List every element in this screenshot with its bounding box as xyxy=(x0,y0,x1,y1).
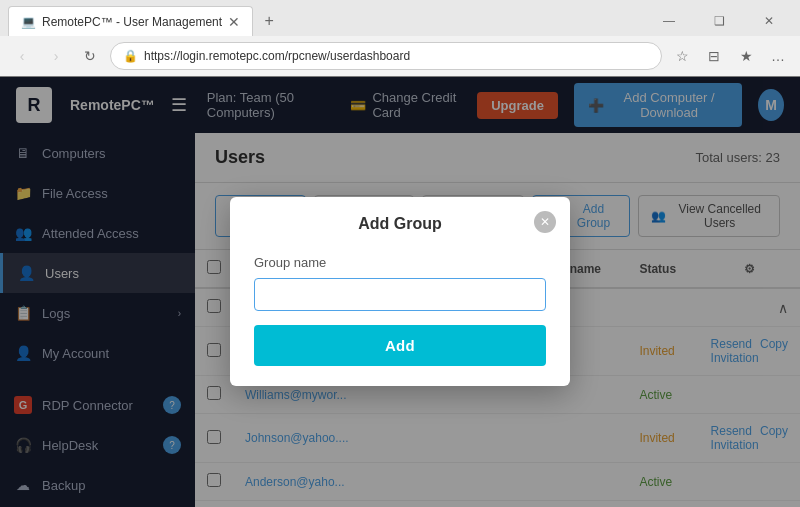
window-controls: — ❑ ✕ xyxy=(646,6,792,36)
url-text: https://login.remotepc.com/rpcnew/userda… xyxy=(144,49,649,63)
close-window-button[interactable]: ✕ xyxy=(746,6,792,36)
url-bar[interactable]: 🔒 https://login.remotepc.com/rpcnew/user… xyxy=(110,42,662,70)
back-button[interactable]: ‹ xyxy=(8,42,36,70)
modal-overlay[interactable]: Add Group ✕ Group name Add xyxy=(0,76,800,507)
collections-icon[interactable]: ⊟ xyxy=(700,42,728,70)
address-bar: ‹ › ↻ 🔒 https://login.remotepc.com/rpcne… xyxy=(0,36,800,76)
browser-menu-icon[interactable]: … xyxy=(764,42,792,70)
bookmark-icon[interactable]: ☆ xyxy=(668,42,696,70)
modal-header: Add Group ✕ xyxy=(230,197,570,245)
modal-title: Add Group xyxy=(358,215,442,233)
modal-body: Group name Add xyxy=(230,245,570,386)
tab-favicon: 💻 xyxy=(21,15,36,29)
group-name-input[interactable] xyxy=(254,278,546,311)
tab-close-button[interactable]: ✕ xyxy=(228,14,240,30)
browser-chrome: 💻 RemotePC™ - User Management ✕ + — ❑ ✕ … xyxy=(0,0,800,77)
tab-title: RemotePC™ - User Management xyxy=(42,15,222,29)
forward-button[interactable]: › xyxy=(42,42,70,70)
new-tab-button[interactable]: + xyxy=(257,9,281,33)
modal-close-button[interactable]: ✕ xyxy=(534,211,556,233)
minimize-button[interactable]: — xyxy=(646,6,692,36)
browser-action-buttons: ☆ ⊟ ★ … xyxy=(668,42,792,70)
active-tab[interactable]: 💻 RemotePC™ - User Management ✕ xyxy=(8,6,253,36)
modal-add-button[interactable]: Add xyxy=(254,325,546,366)
add-group-modal: Add Group ✕ Group name Add xyxy=(230,197,570,386)
tab-bar: 💻 RemotePC™ - User Management ✕ + — ❑ ✕ xyxy=(0,0,800,36)
group-name-label: Group name xyxy=(254,255,546,270)
maximize-button[interactable]: ❑ xyxy=(696,6,742,36)
refresh-button[interactable]: ↻ xyxy=(76,42,104,70)
favorites-icon[interactable]: ★ xyxy=(732,42,760,70)
security-lock-icon: 🔒 xyxy=(123,49,138,63)
